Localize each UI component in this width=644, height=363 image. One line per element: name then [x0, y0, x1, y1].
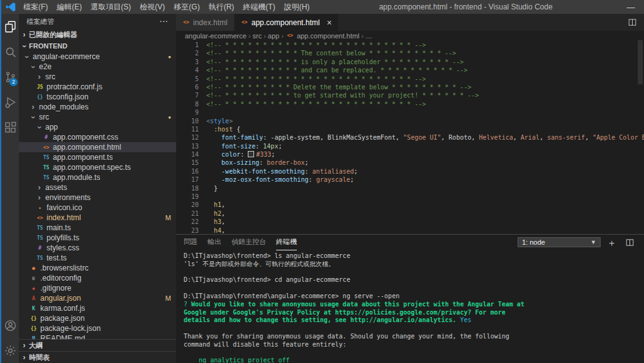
- css-file-icon: #: [42, 135, 51, 140]
- tree-item-label: package-lock.json: [40, 324, 101, 333]
- terminal-output[interactable]: D:\ITjavashop\frontend> ls angular-ecomm…: [176, 250, 644, 363]
- account-icon[interactable]: [0, 313, 19, 338]
- panel-tab-輸出[interactable]: 輸出: [208, 235, 221, 250]
- tree-file-app.component.spec.ts[interactable]: TSapp.component.spec.ts: [19, 162, 176, 172]
- workbench: 2 檔案總管 ··· › 已開啟的編輯器 › FRONTEND ›angular…: [0, 14, 644, 363]
- json-file-icon: {}: [29, 326, 38, 332]
- tree-file-test.ts[interactable]: TStest.ts: [19, 253, 176, 263]
- menu-item[interactable]: 選取項目(S): [86, 0, 135, 14]
- menu-item[interactable]: 說明(H): [280, 0, 314, 14]
- source-control-icon[interactable]: 2: [0, 64, 19, 89]
- tree-item-label: protractor.conf.js: [47, 82, 103, 91]
- tree-file-tsconfig.json[interactable]: {}tsconfig.json: [19, 92, 176, 102]
- tree-file-package-lock.json[interactable]: {}package-lock.json: [19, 323, 176, 333]
- tree-file-karma.conf.js[interactable]: Kkarma.conf.js: [19, 303, 176, 313]
- tree-item-label: test.ts: [47, 254, 67, 262]
- tree-folder-src[interactable]: ›src: [19, 72, 176, 82]
- tree-file-polyfills.ts[interactable]: TSpolyfills.ts: [19, 233, 176, 243]
- timeline-section-header[interactable]: › 時間表: [19, 351, 176, 363]
- tree-file-styles.css[interactable]: #styles.css: [19, 243, 176, 253]
- karma-file-icon: K: [29, 306, 38, 311]
- breadcrumb-item[interactable]: app: [268, 32, 279, 40]
- file-tree: ›angular-ecommerce●›e2e›srcJSprotractor.…: [19, 52, 176, 339]
- close-icon[interactable]: ×: [326, 18, 331, 27]
- tree-file-index.html[interactable]: <>index.htmlM: [19, 213, 176, 223]
- settings-gear-icon[interactable]: [0, 338, 19, 363]
- tab-app.component.html[interactable]: <>app.component.html×: [235, 14, 339, 31]
- tree-file-protractor.conf.js[interactable]: JSprotractor.conf.js: [19, 82, 176, 92]
- tree-file-.browserslistrc[interactable]: ●.browserslistrc: [19, 263, 176, 273]
- modified-folder-dot: ●: [164, 54, 171, 60]
- breadcrumb-item[interactable]: src: [253, 32, 262, 40]
- chevron-right-icon: ›: [20, 31, 28, 39]
- sidebar-title: 檔案總管: [26, 17, 54, 26]
- chevron-down-icon: ›: [29, 113, 37, 121]
- tree-folder-app[interactable]: ›app: [19, 122, 176, 132]
- search-icon[interactable]: [0, 39, 19, 64]
- explorer-icon[interactable]: [0, 14, 19, 39]
- terminal-select[interactable]: 1: node ▼: [518, 237, 601, 247]
- code-editor[interactable]: 1234567891011121314151617181920212223 <!…: [176, 40, 644, 234]
- breadcrumb-item[interactable]: <>app.component.html: [286, 32, 360, 40]
- frontend-section-header[interactable]: › FRONTEND: [19, 40, 176, 52]
- tree-item-label: app.component.html: [53, 143, 121, 152]
- tree-file-app.component.html[interactable]: <>app.component.html: [19, 142, 176, 152]
- ts-file-icon: TS: [35, 255, 45, 261]
- tab-index.html[interactable]: <>index.html: [176, 14, 235, 31]
- tree-item-label: app.component.spec.ts: [53, 163, 131, 172]
- tree-item-label: README.md: [40, 334, 85, 339]
- panel-tab-偵錯主控台[interactable]: 偵錯主控台: [231, 235, 266, 250]
- breadcrumb-separator: ›: [264, 32, 266, 40]
- menu-item[interactable]: 檔案(F): [19, 0, 52, 14]
- tree-item-label: src: [45, 72, 55, 81]
- tree-file-angular.json[interactable]: Aangular.jsonM: [19, 293, 176, 303]
- tree-file-favicon.ico[interactable]: ✦favicon.ico: [19, 203, 176, 213]
- menu-item[interactable]: 檢視(V): [135, 0, 169, 14]
- extensions-icon[interactable]: [0, 114, 19, 140]
- menu-item[interactable]: 執行(R): [204, 0, 239, 14]
- editor-scrollbar[interactable]: [638, 40, 643, 84]
- breadcrumb-item[interactable]: …: [365, 32, 372, 40]
- breadcrumb-item[interactable]: angular-ecommerce: [185, 32, 247, 40]
- open-editors-header[interactable]: › 已開啟的編輯器: [19, 29, 176, 40]
- tree-file-.gitignore[interactable]: ◆.gitignore: [19, 283, 176, 293]
- panel-tab-終端機[interactable]: 終端機: [276, 235, 297, 250]
- css-file-icon: #: [35, 245, 45, 251]
- tree-file-package.json[interactable]: {}package.json: [19, 313, 176, 323]
- code-lines[interactable]: <!-- * * * * * * * * * * * * * * * * * *…: [199, 40, 644, 234]
- tree-file-app.module.ts[interactable]: TSapp.module.ts: [19, 172, 176, 182]
- tree-item-label: .editorconfig: [40, 274, 81, 282]
- tree-file-app.component.ts[interactable]: TSapp.component.ts: [19, 152, 176, 162]
- editor-tabs: <>index.html<>app.component.html×: [176, 14, 644, 31]
- new-terminal-button[interactable]: ＋: [607, 238, 616, 247]
- ts-file-icon: TS: [35, 225, 45, 231]
- menu-item[interactable]: 移至(G): [169, 0, 204, 14]
- tree-folder-environments[interactable]: ›environments: [19, 193, 176, 203]
- split-terminal-button[interactable]: [623, 235, 636, 249]
- chevron-down-icon: ›: [35, 123, 43, 131]
- panel-tab-問題[interactable]: 問題: [184, 235, 197, 250]
- chevron-down-icon: ▼: [591, 239, 596, 245]
- tree-folder-src[interactable]: ›src●: [19, 112, 176, 122]
- tree-file-app.component.css[interactable]: #app.component.css: [19, 132, 176, 142]
- tree-folder-assets[interactable]: ›assets: [19, 182, 176, 193]
- chevron-right-icon: ›: [20, 342, 28, 350]
- panel-header: 問題輸出偵錯主控台終端機 1: node ▼ ＋: [176, 235, 644, 250]
- editorcfg-file-icon: ≡: [29, 276, 38, 281]
- tree-file-README.md[interactable]: MREADME.md: [19, 333, 176, 339]
- git-modified-badge: M: [162, 214, 171, 221]
- menu-item[interactable]: 編輯(E): [52, 0, 86, 14]
- tree-item-label: package.json: [40, 314, 85, 323]
- run-debug-icon[interactable]: [0, 89, 19, 114]
- tree-file-main.ts[interactable]: TSmain.ts: [19, 223, 176, 233]
- tree-item-label: .gitignore: [40, 284, 71, 293]
- tree-file-.editorconfig[interactable]: ≡.editorconfig: [19, 273, 176, 283]
- minimize-button[interactable]: —: [618, 3, 644, 12]
- menu-item[interactable]: 終端機(T): [238, 0, 279, 14]
- tree-folder-node_modules[interactable]: ›node_modules: [19, 102, 176, 112]
- more-actions-button[interactable]: ···: [160, 18, 169, 25]
- tree-folder-e2e[interactable]: ›e2e: [19, 62, 176, 72]
- outline-section-header[interactable]: › 大綱: [19, 339, 176, 351]
- split-editor-button[interactable]: [625, 16, 639, 30]
- tree-folder-angular-ecommerce[interactable]: ›angular-ecommerce●: [19, 52, 176, 62]
